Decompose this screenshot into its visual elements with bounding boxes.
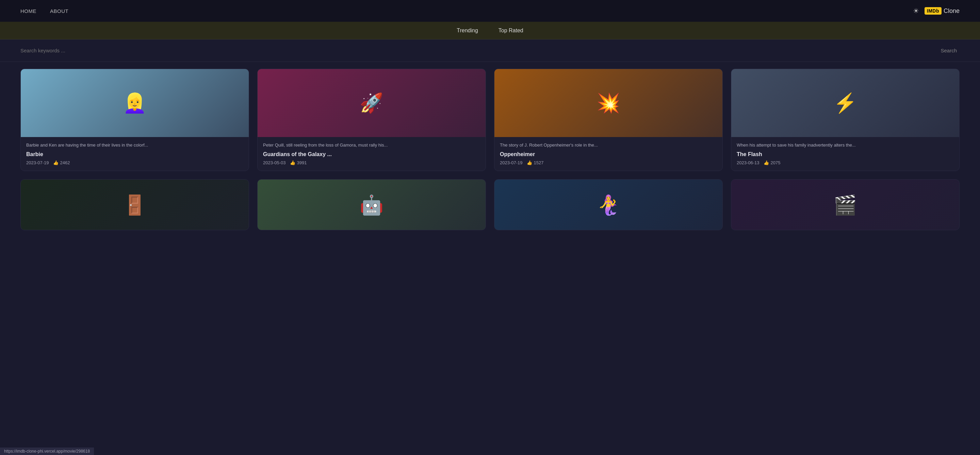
movie-card-image: ⚡ bbox=[731, 69, 959, 137]
movie-description: When his attempt to save his family inad… bbox=[737, 142, 954, 149]
movie-card[interactable]: 🚀Peter Quill, still reeling from the los… bbox=[257, 69, 486, 171]
clone-label: Clone bbox=[943, 8, 959, 14]
movie-likes: 👍 1527 bbox=[527, 160, 544, 165]
movie-card[interactable]: 🧜‍♀️ bbox=[494, 179, 723, 230]
thumb-icon: 👍 bbox=[527, 160, 532, 165]
search-bar-container: Search bbox=[0, 40, 980, 62]
search-input[interactable] bbox=[21, 48, 938, 53]
movie-card-body: Barbie and Ken are having the time of th… bbox=[21, 137, 249, 171]
header-right: ☀ IMDb Clone bbox=[913, 7, 959, 15]
movie-card-image: 🚪 bbox=[21, 179, 249, 230]
movie-card-image: 🚀 bbox=[258, 69, 485, 137]
movie-card[interactable]: 🚪 bbox=[21, 179, 249, 230]
imdb-logo: IMDb bbox=[924, 7, 942, 14]
sub-header: Trending Top Rated bbox=[0, 22, 980, 40]
movie-likes: 👍 2462 bbox=[53, 160, 70, 165]
movie-description: The story of J. Robert Oppenheimer's rol… bbox=[500, 142, 717, 149]
movie-meta: 2023-06-13👍 2075 bbox=[737, 160, 954, 165]
movie-card-image: 👱‍♀️ bbox=[21, 69, 249, 137]
tab-top-rated[interactable]: Top Rated bbox=[498, 27, 523, 34]
movie-card[interactable]: 👱‍♀️Barbie and Ken are having the time o… bbox=[21, 69, 249, 171]
movie-card-image: 🤖 bbox=[258, 179, 485, 230]
movie-likes: 👍 2075 bbox=[764, 160, 781, 165]
movie-date: 2023-07-19 bbox=[26, 160, 49, 165]
movie-card-image: 💥 bbox=[495, 69, 722, 137]
theme-toggle-icon[interactable]: ☀ bbox=[913, 7, 919, 15]
movie-card[interactable]: 🤖 bbox=[257, 179, 486, 230]
thumb-icon: 👍 bbox=[290, 160, 295, 165]
thumb-icon: 👍 bbox=[764, 160, 769, 165]
nav-about[interactable]: ABOUT bbox=[50, 8, 68, 14]
movie-description: Peter Quill, still reeling from the loss… bbox=[263, 142, 480, 149]
nav-home[interactable]: HOME bbox=[21, 8, 37, 14]
movie-card[interactable]: ⚡When his attempt to save his family ina… bbox=[731, 69, 959, 171]
movie-date: 2023-05-03 bbox=[263, 160, 286, 165]
movie-title: Oppenheimer bbox=[500, 151, 717, 157]
movie-card-image: 🎬 bbox=[731, 179, 959, 230]
tab-trending[interactable]: Trending bbox=[457, 27, 478, 34]
movie-title: The Flash bbox=[737, 151, 954, 157]
thumb-icon: 👍 bbox=[53, 160, 59, 165]
movie-card-body: The story of J. Robert Oppenheimer's rol… bbox=[495, 137, 722, 171]
movie-title: Guardians of the Galaxy ... bbox=[263, 151, 480, 157]
movie-likes: 👍 3991 bbox=[290, 160, 307, 165]
main-nav: HOME ABOUT bbox=[21, 8, 68, 14]
imdb-badge: IMDb Clone bbox=[924, 7, 959, 14]
status-bar: https://imdb-clone-phi.vercel.app/movie/… bbox=[0, 447, 94, 455]
movie-card-body: When his attempt to save his family inad… bbox=[731, 137, 959, 171]
movie-meta: 2023-07-19👍 2462 bbox=[26, 160, 243, 165]
main-content: 👱‍♀️Barbie and Ken are having the time o… bbox=[0, 62, 980, 244]
movie-title: Barbie bbox=[26, 151, 243, 157]
movie-card[interactable]: 🎬 bbox=[731, 179, 959, 230]
movie-date: 2023-06-13 bbox=[737, 160, 759, 165]
search-button[interactable]: Search bbox=[938, 46, 959, 55]
movie-description: Barbie and Ken are having the time of th… bbox=[26, 142, 243, 149]
movie-meta: 2023-05-03👍 3991 bbox=[263, 160, 480, 165]
movie-card-body: Peter Quill, still reeling from the loss… bbox=[258, 137, 485, 171]
main-header: HOME ABOUT ☀ IMDb Clone bbox=[0, 0, 980, 22]
movie-card[interactable]: 💥The story of J. Robert Oppenheimer's ro… bbox=[494, 69, 723, 171]
movie-grid: 👱‍♀️Barbie and Ken are having the time o… bbox=[21, 69, 959, 230]
movie-date: 2023-07-19 bbox=[500, 160, 523, 165]
movie-meta: 2023-07-19👍 1527 bbox=[500, 160, 717, 165]
movie-card-image: 🧜‍♀️ bbox=[495, 179, 722, 230]
